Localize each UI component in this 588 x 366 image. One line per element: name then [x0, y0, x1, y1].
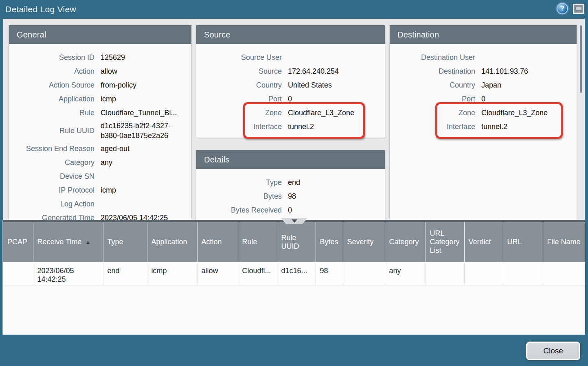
field-row-destination-user: Destination User: [390, 50, 577, 64]
column-header-url-category-list[interactable]: URL Category List: [426, 222, 464, 262]
field-row-rule-uuid: Rule UUID d1c16235-b2f2-4327-b380-0ae187…: [9, 120, 191, 142]
field-row-log-action: Log Action: [9, 197, 191, 211]
cell-rule: Cloudfl...: [238, 262, 277, 285]
window-icon[interactable]: [573, 4, 584, 14]
cell-action: allow: [197, 262, 238, 285]
field-value: [101, 197, 191, 211]
close-button[interactable]: Close: [526, 342, 580, 360]
field-label: Type: [196, 175, 282, 189]
details-panel-header: Details: [196, 150, 385, 169]
field-row-action: Action allow: [9, 64, 191, 78]
field-value: tunnel.2: [288, 120, 385, 134]
field-value: Cloudflare_L3_Zone: [288, 106, 385, 120]
column-header-type[interactable]: Type: [103, 222, 147, 262]
field-value: 141.101.93.76: [481, 64, 577, 78]
field-label: Session End Reason: [9, 142, 94, 156]
source-panel-header: Source: [196, 25, 385, 44]
field-label: Country: [390, 78, 475, 92]
field-value: 2023/06/05 14:42:25: [101, 211, 191, 220]
cell-verdict: [464, 262, 503, 285]
field-label: Application: [9, 92, 94, 106]
field-value: 98: [288, 189, 385, 203]
field-value: icmp: [101, 183, 191, 197]
field-value: end: [288, 175, 385, 189]
cell-pcap: [3, 262, 33, 285]
cell-type: end: [103, 262, 147, 285]
column-header-category[interactable]: Category: [385, 222, 426, 262]
field-value: aged-out: [101, 142, 191, 156]
column-header-file-name[interactable]: File Name: [543, 222, 585, 262]
field-value: tunnel.2: [481, 120, 577, 134]
column-header-bytes[interactable]: Bytes: [316, 222, 343, 262]
field-value: [288, 50, 385, 64]
field-label: Rule UUID: [9, 126, 94, 136]
log-table: PCAP Receive Time▲ Type Application Acti…: [3, 222, 585, 285]
field-row-application: Application icmp: [9, 92, 191, 106]
field-label: Interface: [390, 120, 475, 134]
field-label: Zone: [390, 106, 475, 120]
scrollbar-thumb[interactable]: [580, 25, 582, 93]
column-header-pcap[interactable]: PCAP: [3, 222, 33, 262]
field-value: d1c16235-b2f2-4327-b380-0ae1875e2a26: [101, 121, 191, 140]
column-header-receive-time[interactable]: Receive Time▲: [33, 222, 103, 262]
destination-panel: Destination Destination User Destination…: [390, 25, 577, 220]
details-panel-body: Type end Bytes 98 Bytes Received 0: [196, 169, 385, 220]
field-row-device-sn: Device SN: [9, 169, 191, 183]
field-row-destination: Destination 141.101.93.76: [390, 64, 577, 78]
column-header-rule-uuid[interactable]: Rule UUID: [277, 222, 316, 262]
field-value: United States: [288, 78, 385, 92]
field-row-rule: Rule Cloudflare_Tunnel_Bi...: [9, 106, 191, 120]
cell-rule-uuid: d1c16...: [277, 262, 316, 285]
column-header-url[interactable]: URL: [503, 222, 543, 262]
column-header-action[interactable]: Action: [197, 222, 238, 262]
sort-asc-icon: ▲: [86, 239, 91, 245]
log-table-header-row: PCAP Receive Time▲ Type Application Acti…: [3, 222, 585, 262]
column-header-application[interactable]: Application: [147, 222, 197, 262]
field-row-category: Category any: [9, 156, 191, 169]
field-value: icmp: [101, 92, 191, 106]
source-panel: Source Source User Source 172.64.240.254…: [196, 25, 385, 138]
log-table-section: PCAP Receive Time▲ Type Application Acti…: [2, 220, 585, 335]
field-row-action-source: Action Source from-policy: [9, 78, 191, 92]
field-label: Zone: [196, 106, 282, 120]
field-row-interface: Interface tunnel.2: [390, 120, 577, 134]
field-value: 0: [288, 92, 385, 106]
cell-url-category-list: [426, 262, 464, 285]
field-value: 125629: [101, 50, 191, 64]
field-label: Generated Time: [9, 211, 94, 220]
source-panel-body: Source User Source 172.64.240.254 Countr…: [196, 44, 385, 138]
titlebar-icons: ?: [557, 3, 584, 14]
field-label: Category: [9, 156, 94, 169]
field-label: Country: [196, 78, 282, 92]
column-header-label: Receive Time: [37, 238, 82, 246]
field-row-port: Port 0: [390, 92, 577, 106]
field-label: Interface: [196, 120, 282, 134]
field-row-ip-protocol: IP Protocol icmp: [9, 183, 191, 197]
field-value: 0: [481, 92, 577, 106]
field-row-source: Source 172.64.240.254: [196, 64, 385, 78]
general-panel-header: General: [9, 25, 191, 44]
field-row-generated-time: Generated Time 2023/06/05 14:42:25: [9, 211, 191, 220]
field-row-type: Type end: [196, 175, 385, 189]
field-label: Port: [196, 92, 282, 106]
field-row-country: Country Japan: [390, 78, 577, 92]
vertical-scrollbar[interactable]: [578, 19, 583, 220]
cell-category: any: [385, 262, 426, 285]
table-row[interactable]: 2023/06/05 14:42:25 end icmp allow Cloud…: [3, 262, 585, 285]
column-header-severity[interactable]: Severity: [343, 222, 385, 262]
field-row-port: Port 0: [196, 92, 385, 106]
field-row-bytes-received: Bytes Received 0: [196, 203, 385, 217]
general-panel: General Session ID 125629 Action allow A…: [9, 25, 191, 220]
field-label: Bytes: [196, 189, 282, 203]
destination-panel-header: Destination: [390, 25, 577, 44]
field-label: Bytes Received: [196, 203, 282, 217]
page-title: Detailed Log View: [0, 4, 76, 14]
field-value: 0: [288, 203, 385, 217]
destination-panel-body: Destination User Destination 141.101.93.…: [390, 44, 577, 220]
column-header-rule[interactable]: Rule: [238, 222, 277, 262]
field-value: Cloudflare_L3_Zone: [481, 106, 577, 120]
help-icon[interactable]: ?: [557, 3, 568, 14]
column-header-verdict[interactable]: Verdict: [464, 222, 503, 262]
chevron-down-icon: [292, 219, 297, 223]
field-label: Action: [9, 64, 94, 78]
